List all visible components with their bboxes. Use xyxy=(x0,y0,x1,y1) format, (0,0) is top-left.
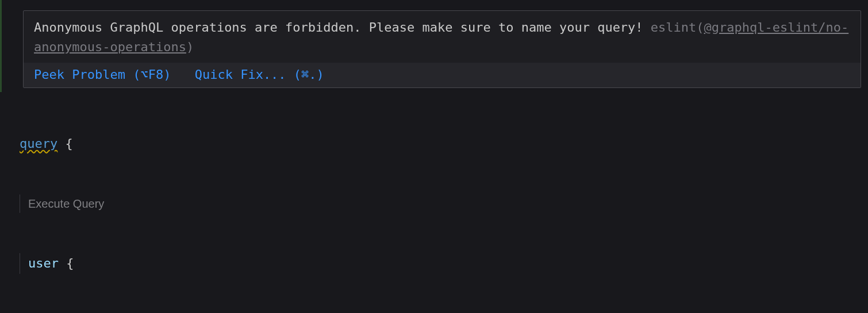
problem-source: eslint( xyxy=(651,20,704,35)
quick-fix-action[interactable]: Quick Fix... (⌘.) xyxy=(195,67,324,82)
problem-hover-widget: Anonymous GraphQL operations are forbidd… xyxy=(23,10,861,88)
gutter-accent xyxy=(0,0,2,92)
code-line: user { xyxy=(20,253,868,273)
token-keyword-query: query xyxy=(20,136,57,151)
codelens-execute-query[interactable]: Execute Query xyxy=(20,194,868,213)
problem-message-text: Anonymous GraphQL operations are forbidd… xyxy=(34,20,643,35)
code-editor[interactable]: query { Execute Query user { id name ...… xyxy=(20,93,868,313)
token-field: user xyxy=(28,256,59,270)
problem-actions-bar: Peek Problem (⌥F8) Quick Fix... (⌘.) xyxy=(24,63,861,87)
code-line: query { xyxy=(20,133,868,154)
peek-problem-action[interactable]: Peek Problem (⌥F8) xyxy=(34,67,171,82)
problem-message: Anonymous GraphQL operations are forbidd… xyxy=(24,11,861,63)
